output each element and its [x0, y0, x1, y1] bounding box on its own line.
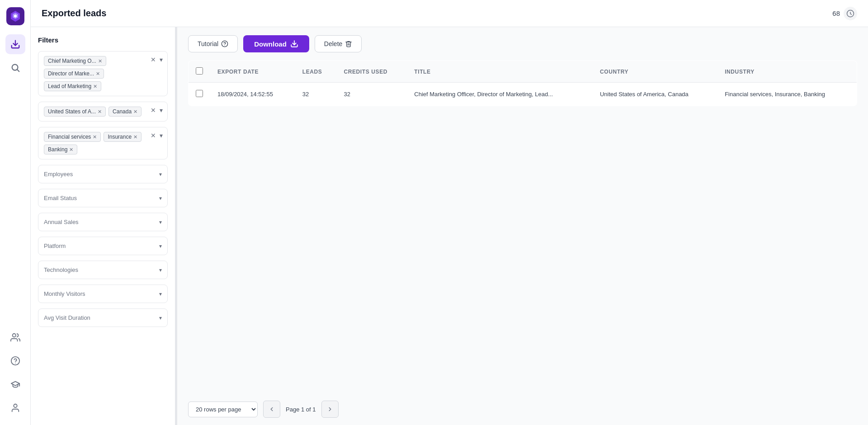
- svg-point-7: [14, 404, 17, 407]
- filter-email-status-label: Email Status: [44, 195, 77, 201]
- tag-remove-icon[interactable]: ✕: [69, 147, 73, 153]
- chevron-down-icon: ▾: [159, 243, 162, 249]
- download-button[interactable]: Download: [243, 35, 309, 52]
- col-export-date: EXPORT DATE: [210, 61, 295, 83]
- expand-filter-button[interactable]: ▾: [159, 131, 164, 140]
- tag-remove-icon[interactable]: ✕: [93, 84, 97, 89]
- nav-profile-icon[interactable]: [5, 398, 25, 418]
- logo[interactable]: [6, 7, 24, 27]
- question-icon: [221, 40, 228, 47]
- tag-canada[interactable]: Canada ✕: [108, 107, 142, 117]
- filters-sidebar: Filters Chief Marketing O... ✕ Director …: [31, 27, 175, 425]
- table-wrapper: EXPORT DATE LEADS CREDITS USED TITLE COU…: [177, 61, 868, 393]
- tag-financial[interactable]: Financial services ✕: [44, 132, 101, 142]
- page-info: Page 1 of 1: [286, 406, 316, 413]
- tags-container: Financial services ✕ Insurance ✕ Banking…: [44, 132, 162, 154]
- tag-lead-marketing[interactable]: Lead of Marketing ✕: [44, 81, 101, 91]
- cell-credits-used: 32: [336, 83, 407, 106]
- col-country: COUNTRY: [593, 61, 717, 83]
- header-right: 68: [832, 7, 857, 20]
- nav-people-icon[interactable]: [5, 327, 25, 347]
- filter-email-status[interactable]: Email Status ▾: [38, 189, 168, 207]
- filter-actions: ✕ ▾: [150, 131, 164, 140]
- tag-director-marketing[interactable]: Director of Marke... ✕: [44, 69, 104, 79]
- chevron-down-icon: ▾: [159, 171, 162, 177]
- page-title: Exported leads: [42, 8, 106, 19]
- tag-remove-icon[interactable]: ✕: [96, 71, 100, 77]
- cell-title: Chief Marketing Officer, Director of Mar…: [407, 83, 593, 106]
- filter-group-countries: United States of A... ✕ Canada ✕ ✕ ▾: [38, 102, 168, 121]
- rows-per-page-select[interactable]: 20 rows per page 50 rows per page 100 ro…: [188, 402, 258, 417]
- download-icon: [290, 40, 298, 48]
- svg-line-3: [17, 70, 19, 71]
- trash-icon: [345, 40, 352, 47]
- chevron-down-icon: ▾: [159, 219, 162, 225]
- nav-download-icon[interactable]: [5, 34, 25, 54]
- nav-education-icon[interactable]: [5, 374, 25, 394]
- tag-remove-icon[interactable]: ✕: [133, 109, 137, 115]
- tag-remove-icon[interactable]: ✕: [93, 134, 97, 140]
- clear-filter-button[interactable]: ✕: [150, 106, 157, 115]
- tags-container: United States of A... ✕ Canada ✕: [44, 107, 162, 117]
- filter-annual-sales[interactable]: Annual Sales ▾: [38, 213, 168, 231]
- chevron-down-icon: ▾: [159, 267, 162, 273]
- cell-industry: Financial services, Insurance, Banking: [717, 83, 857, 106]
- filter-employees[interactable]: Employees ▾: [38, 165, 168, 183]
- pagination: 20 rows per page 50 rows per page 100 ro…: [177, 393, 868, 425]
- icon-rail: [0, 0, 31, 425]
- leads-table: EXPORT DATE LEADS CREDITS USED TITLE COU…: [188, 61, 857, 106]
- delete-button[interactable]: Delete: [315, 35, 362, 52]
- tutorial-button[interactable]: Tutorial: [188, 35, 238, 52]
- filter-monthly-visitors[interactable]: Monthly Visitors ▾: [38, 285, 168, 303]
- tag-insurance[interactable]: Insurance ✕: [104, 132, 142, 142]
- filter-platform-label: Platform: [44, 243, 66, 249]
- col-leads: LEADS: [295, 61, 337, 83]
- col-title: TITLE: [407, 61, 593, 83]
- toolbar: Tutorial Download Delete: [177, 27, 868, 61]
- nav-search-icon[interactable]: [5, 58, 25, 78]
- expand-filter-button[interactable]: ▾: [159, 55, 164, 64]
- filter-actions: ✕ ▾: [150, 55, 164, 64]
- clear-filter-button[interactable]: ✕: [150, 131, 157, 140]
- chevron-left-icon: [269, 406, 275, 412]
- filter-technologies-label: Technologies: [44, 266, 78, 273]
- filters-title: Filters: [38, 36, 168, 44]
- clear-filter-button[interactable]: ✕: [150, 55, 157, 64]
- tag-chief-marketing[interactable]: Chief Marketing O... ✕: [44, 56, 106, 66]
- col-industry: INDUSTRY: [717, 61, 857, 83]
- filter-annual-sales-label: Annual Sales: [44, 219, 79, 225]
- filter-avg-visit-duration-label: Avg Visit Duration: [44, 314, 90, 321]
- next-page-button[interactable]: [321, 401, 339, 418]
- cell-leads: 32: [295, 83, 337, 106]
- chevron-down-icon: ▾: [159, 315, 162, 321]
- tag-banking[interactable]: Banking ✕: [44, 145, 77, 154]
- tag-remove-icon[interactable]: ✕: [98, 58, 102, 64]
- tag-remove-icon[interactable]: ✕: [98, 109, 102, 115]
- prev-page-button[interactable]: [263, 401, 280, 418]
- select-all-checkbox[interactable]: [196, 67, 203, 75]
- select-all-col: [189, 61, 211, 83]
- col-credits-used: CREDITS USED: [336, 61, 407, 83]
- tag-usa[interactable]: United States of A... ✕: [44, 107, 106, 117]
- nav-help-icon[interactable]: [5, 351, 25, 371]
- filter-group-industries: Financial services ✕ Insurance ✕ Banking…: [38, 127, 168, 159]
- filter-monthly-visitors-label: Monthly Visitors: [44, 290, 85, 297]
- table-header-row: EXPORT DATE LEADS CREDITS USED TITLE COU…: [189, 61, 857, 83]
- cell-country: United States of America, Canada: [593, 83, 717, 106]
- row-checkbox[interactable]: [196, 90, 203, 97]
- row-checkbox-cell: [189, 83, 211, 106]
- credits-count: 68: [832, 9, 840, 17]
- expand-filter-button[interactable]: ▾: [159, 106, 164, 115]
- table-row: 18/09/2024, 14:52:55 32 32 Chief Marketi…: [189, 83, 857, 106]
- chevron-down-icon: ▾: [159, 291, 162, 297]
- filter-actions: ✕ ▾: [150, 106, 164, 115]
- svg-point-4: [12, 334, 15, 337]
- credits-icon: [844, 7, 857, 20]
- filter-group-titles: Chief Marketing O... ✕ Director of Marke…: [38, 51, 168, 96]
- chevron-right-icon: [327, 406, 333, 412]
- filter-avg-visit-duration[interactable]: Avg Visit Duration ▾: [38, 308, 168, 327]
- main-content: Tutorial Download Delete: [177, 27, 868, 425]
- filter-technologies[interactable]: Technologies ▾: [38, 261, 168, 279]
- filter-platform[interactable]: Platform ▾: [38, 237, 168, 255]
- tag-remove-icon[interactable]: ✕: [133, 134, 137, 140]
